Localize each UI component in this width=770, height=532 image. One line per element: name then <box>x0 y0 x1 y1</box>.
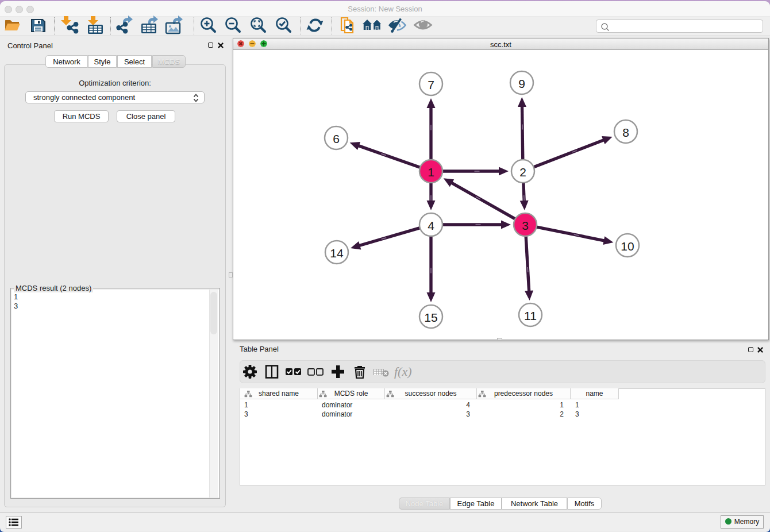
svg-text:4: 4 <box>428 219 434 232</box>
svg-text:7: 7 <box>428 78 434 91</box>
svg-text:1: 1 <box>428 165 434 179</box>
svg-text:9: 9 <box>518 77 525 90</box>
svg-text:15: 15 <box>424 311 437 324</box>
svg-text:14: 14 <box>330 246 344 260</box>
svg-text:6: 6 <box>333 132 340 145</box>
svg-text:2: 2 <box>519 165 526 179</box>
svg-text:10: 10 <box>621 240 634 253</box>
svg-text:8: 8 <box>622 126 629 139</box>
svg-text:11: 11 <box>524 309 537 322</box>
svg-text:3: 3 <box>522 219 529 232</box>
